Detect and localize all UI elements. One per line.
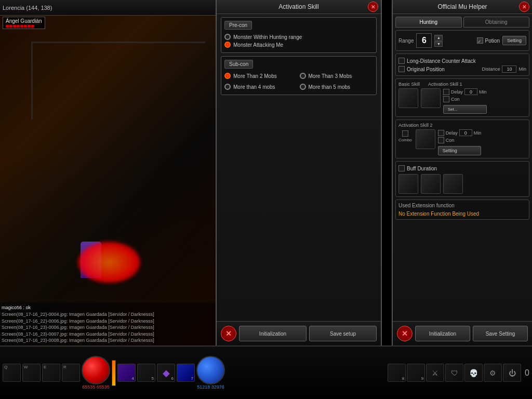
skill-slot-8[interactable]: 8 [388,364,406,382]
buff-slot-3[interactable] [443,174,463,194]
pre-con-option-2[interactable]: Monster Attacking Me [224,42,373,48]
slot-number-8: 8 [402,376,404,381]
tab-obtaining-label: Obtaining [485,19,508,25]
radio-button-1[interactable] [224,34,231,40]
menu-icon-4[interactable]: ⚙ [484,364,502,382]
menu-icon-1[interactable]: ⚔ [426,364,444,382]
slot-number-4: 4 [132,376,134,381]
potion-label: Potion [485,38,500,44]
long-distance-checkbox[interactable] [398,58,405,64]
con-checkbox-2[interactable] [438,137,444,143]
skill-panel-title: Activation Skill [278,3,318,10]
sub-con-label-2: More Than 3 Mobs [309,73,352,79]
settings-panel: Official Mu Helper ✕ Hunting Obtaining R… [392,0,532,345]
distance-input[interactable] [502,65,516,73]
delay-input-1[interactable] [464,88,477,95]
hotkey-w[interactable]: W [22,364,41,382]
x-icon: ✕ [402,329,408,338]
hotkey-e[interactable]: E [42,364,60,382]
con-row-2: Con [438,137,482,143]
skill-slots-row-2: Combo Delay Min Con Setting [398,129,526,155]
skill-slot-5[interactable]: 5 [137,364,155,382]
skill-2-options: Delay Min Con Setting [438,129,482,155]
sub-radio-4[interactable] [300,84,306,90]
hotkey-r[interactable]: R [62,364,80,382]
con-checkbox-1[interactable] [443,96,449,102]
basic-skill-slot[interactable] [398,88,418,108]
mana-max: 32976 [211,384,224,390]
fire-effect [78,242,140,283]
radio-button-2[interactable] [224,42,231,48]
close-icon: ✕ [371,4,375,10]
skill-slot-4[interactable]: 4 [117,364,136,382]
position-section: Long-Distance Counter Attack Original Po… [395,54,529,76]
range-plus-button[interactable]: ▲ [434,35,443,41]
extension-function-label: Used Extension function [398,203,526,208]
skill-2-setting-button[interactable]: Setting [438,146,482,155]
combo-label: Combo [398,138,412,142]
chat-line: Screen(08_17-16_23)-0006.jpg: Imagen Gua… [2,324,214,331]
delay-checkbox-1[interactable] [443,89,449,95]
health-value: 65535 [82,384,95,390]
fence-decoration [31,42,205,119]
sub-con-option-4[interactable]: More than 5 mobs [300,84,374,90]
menu-icon-3[interactable]: 💀 [464,364,483,382]
pre-con-option-1[interactable]: Monster Within Hunting range [224,34,373,40]
sub-con-option-1[interactable]: More Than 2 Mobs [224,73,298,79]
sub-radio-1[interactable] [224,73,231,79]
hotkey-q[interactable]: Q [3,364,21,382]
skill-slot-7[interactable]: 7 [177,364,195,382]
skill-labels-row: Basic Skill Activation Skill 1 [398,82,526,87]
sub-con-option-3[interactable]: More than 4 mobs [224,84,298,90]
corner-display: 0 [525,368,529,378]
range-minus-button[interactable]: ▼ [434,41,443,47]
skill-1-options: Delay Min Con Set... [443,88,487,114]
buff-slot-1[interactable] [398,174,418,194]
hp-segment [13,25,16,28]
settings-close-button[interactable]: ✕ [519,2,529,12]
skill-2-labels-row: Activation Skill 2 [398,123,526,128]
player-coords: Lorencia (144, 138) [3,5,52,11]
delay-input-2[interactable] [459,129,472,136]
health-orb [82,356,110,384]
potion-checkbox[interactable] [477,37,483,44]
con-label-2: Con [446,138,455,143]
skill-initialization-button[interactable]: Initialization [239,326,307,341]
skill-close-button[interactable]: ✕ [368,2,378,12]
min-label-2: Min [474,130,482,136]
combo-checkbox[interactable] [402,130,408,137]
menu-icon-2[interactable]: 🛡 [445,364,463,382]
delay-row-1: Delay Min [443,88,487,95]
range-controls: ▲ ▼ [434,35,443,47]
power-button-icon[interactable]: ⏻ [503,364,521,382]
hp-segment [31,25,34,28]
original-position-checkbox[interactable] [398,66,405,72]
con-row-1: Con [443,96,487,102]
tab-obtaining[interactable]: Obtaining [463,17,530,28]
delay-checkbox-2[interactable] [438,130,444,136]
distance-label: Distance [482,66,500,72]
activation-skill-1-slot[interactable] [421,88,441,108]
min-label: Min [518,66,526,72]
buff-slot-2[interactable] [421,174,441,194]
skill-panel-close-x[interactable]: ✕ [221,326,236,341]
sub-con-option-2[interactable]: More Than 3 Mobs [300,73,374,79]
sub-radio-2[interactable] [300,73,306,79]
skill-1-setting-button[interactable]: Set... [443,105,487,114]
pre-con-label-1: Monster Within Hunting range [233,34,302,40]
settings-initialization-button[interactable]: Initialization [415,326,470,341]
tab-hunting[interactable]: Hunting [395,17,462,28]
buff-duration-checkbox[interactable] [398,165,405,171]
original-position-row: Original Position Distance Min [398,65,526,73]
settings-close-x[interactable]: ✕ [397,326,413,341]
skill-save-button[interactable]: Save setup [309,326,377,341]
skill-slot-6[interactable]: 6 ◆ [157,364,175,382]
settings-save-button[interactable]: Save Setting [473,326,528,341]
activation-skill-2-slot[interactable] [416,129,435,149]
hotkey-r-label: R [63,365,66,369]
sub-radio-3[interactable] [224,84,231,90]
potion-setting-button[interactable]: Setting [502,36,526,45]
settings-panel-header: Official Mu Helper ✕ [393,0,532,14]
long-distance-label: Long-Distance Counter Attack [407,58,476,64]
skill-slot-9[interactable]: 9 [407,364,425,382]
